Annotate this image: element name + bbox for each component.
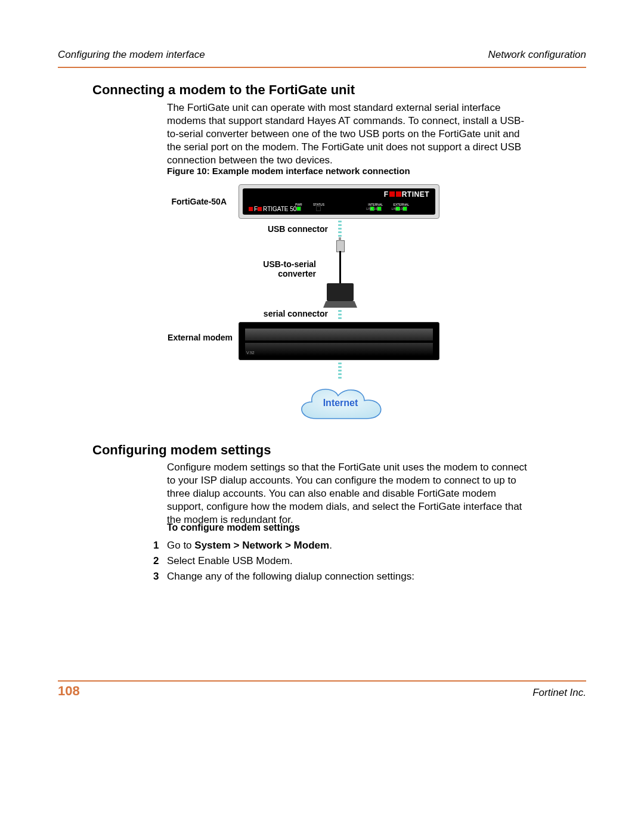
page-number: 108	[58, 683, 80, 699]
modem-v92-label: V.92	[246, 351, 255, 355]
device-fortigate: FRTINET FRTIGATE 50A PWR STATUS INTERNAL…	[239, 184, 439, 219]
product-label: FRTIGATE 50A	[249, 206, 301, 212]
step-number: 2	[153, 555, 167, 567]
header-left: Configuring the modem interface	[58, 49, 205, 61]
footer-company: Fortinet Inc.	[532, 687, 586, 699]
step-text: Select Enable USB Modem.	[167, 555, 293, 567]
list-item: 3 Change any of the following dialup con…	[153, 571, 535, 583]
logo-square-icon	[258, 207, 262, 211]
label-external-modem: External modem	[155, 333, 233, 342]
figure-caption: Figure 10: Example modem interface netwo…	[167, 166, 410, 176]
section1-body: The FortiGate unit can operate with most…	[167, 101, 531, 167]
section-heading-connecting: Connecting a modem to the FortiGate unit	[92, 82, 355, 98]
section2-body: Configure modem settings so that the For…	[167, 461, 531, 527]
header-rule	[58, 67, 586, 68]
section-heading-configuring: Configuring modem settings	[92, 442, 271, 458]
cloud-internet-icon: Internet	[292, 380, 389, 428]
label-internet: Internet	[292, 398, 389, 408]
led-internal: INTERNALLINK 100	[368, 203, 383, 212]
step-number: 1	[153, 540, 167, 552]
logo-square-icon	[249, 207, 253, 211]
footer-rule	[58, 680, 586, 682]
logo-square-icon	[389, 191, 395, 197]
label-serial-connector: serial connector	[249, 309, 328, 318]
brand-fortinet: FRTINET	[384, 190, 429, 199]
serial-converter-icon	[327, 283, 354, 301]
step-text: Change any of the following dialup conne…	[167, 571, 414, 583]
section2-subheading: To configure modem settings	[167, 522, 300, 533]
label-usb-to-serial-2: converter	[244, 269, 316, 278]
step-text: Go to System > Network > Modem.	[167, 540, 332, 552]
connector-dots	[338, 308, 342, 321]
list-item: 2 Select Enable USB Modem.	[153, 555, 535, 567]
serial-connector-icon	[323, 301, 357, 308]
figure-diagram: FortiGate-50A FRTINET FRTIGATE 50A PWR S…	[167, 179, 453, 429]
usb-plug-icon	[336, 240, 345, 252]
connector-dots	[338, 219, 342, 239]
led-external: EXTERNALLINK 100	[394, 203, 409, 212]
steps-list: 1 Go to System > Network > Modem. 2 Sele…	[153, 536, 535, 583]
logo-square-icon	[396, 191, 401, 197]
list-item: 1 Go to System > Network > Modem.	[153, 540, 535, 552]
connector-dots	[338, 361, 342, 380]
cable-icon	[339, 251, 341, 283]
step-number: 3	[153, 571, 167, 583]
led-pwr: PWR	[295, 203, 302, 212]
device-modem: V.92	[239, 322, 439, 360]
header-right: Network configuration	[488, 49, 586, 61]
led-status: STATUS	[313, 203, 324, 212]
label-usb-connector: USB connector	[256, 224, 328, 234]
label-fortigate: FortiGate-50A	[155, 197, 227, 206]
label-usb-to-serial-1: USB-to-serial	[244, 259, 316, 269]
